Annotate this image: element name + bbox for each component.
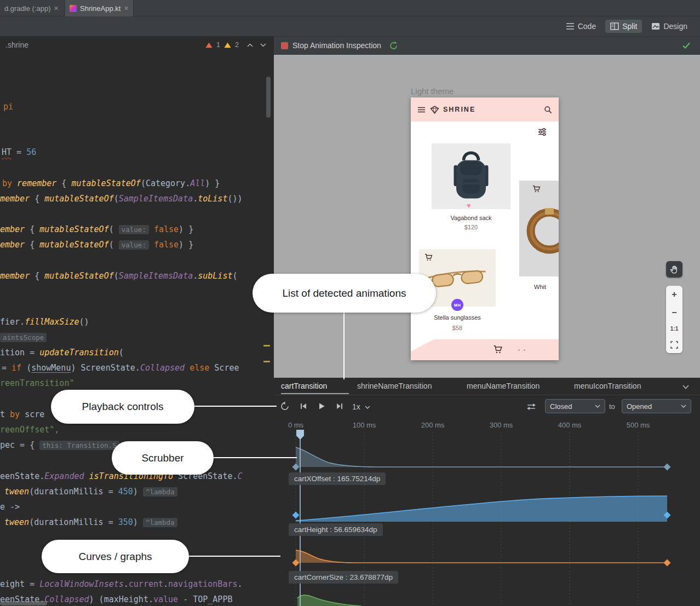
playback-speed-dropdown[interactable]: 1x <box>352 402 360 411</box>
zoom-in-button[interactable]: + <box>672 290 676 299</box>
theme-label: Light theme <box>411 86 454 96</box>
product-name: Vagabond sack <box>432 215 510 221</box>
add-to-cart-icon[interactable] <box>424 253 433 261</box>
editor-mode-toolbar: Code Split Design <box>0 16 700 36</box>
code-line: aintsScope <box>0 330 47 345</box>
to-state-combobox[interactable]: Opened <box>622 399 691 413</box>
zoom-to-fit-icon[interactable] <box>670 341 678 349</box>
code-line: reenOffset", <box>0 422 59 437</box>
code-line: ember { mutableStateOf( value: false) } <box>0 222 193 237</box>
callout-connector-line <box>214 457 297 458</box>
play-button[interactable] <box>315 400 328 413</box>
callout-curves: Curves / graphs <box>42 540 189 573</box>
shrine-app-preview: SHRINE ♥ Vagabond sack $120 <box>411 97 559 360</box>
belt-illustration <box>519 181 559 276</box>
cart-item-dot <box>524 349 525 351</box>
shrine-app-bar: SHRINE <box>411 97 559 122</box>
to-label: to <box>609 402 615 411</box>
cart-bottom-sheet[interactable] <box>411 339 559 360</box>
code-view-label: Code <box>578 22 596 31</box>
editor-scrollbar[interactable] <box>266 77 271 118</box>
scrubber-handle[interactable] <box>296 430 304 440</box>
curve-cartHeight-fill <box>296 496 667 522</box>
animation-tab-shrineNameTransition[interactable]: shrineNameTransition <box>357 382 432 390</box>
refresh-icon[interactable] <box>389 41 398 50</box>
skip-to-start-button[interactable] <box>297 400 310 413</box>
shrine-logo-icon <box>430 106 439 114</box>
tab-shrineapp[interactable]: ShrineApp.kt × <box>65 0 134 16</box>
tab-label: ShrineApp.kt <box>80 4 121 13</box>
kotlin-file-icon <box>70 5 77 12</box>
product-image-belt[interactable] <box>519 181 559 276</box>
curve-cartCornerSize-fill <box>296 550 667 563</box>
pan-button[interactable] <box>666 261 682 278</box>
split-view-label: Split <box>622 22 637 31</box>
swap-icon <box>526 403 536 411</box>
cart-icon[interactable] <box>493 345 503 354</box>
callout-connector-line <box>194 406 277 407</box>
zoom-out-button[interactable]: − <box>672 308 676 317</box>
code-line: HT = 56 <box>2 145 36 160</box>
tabs-overflow-chevron-icon[interactable] <box>682 385 689 389</box>
from-state-combobox[interactable]: Closed <box>545 399 605 413</box>
stop-animation-inspection-button[interactable]: Stop Animation Inspection <box>274 41 381 50</box>
curve-cartCornerSize-line <box>296 550 667 563</box>
keyframe-diamond[interactable] <box>664 464 671 471</box>
code-view-button[interactable]: Code <box>561 20 601 33</box>
menu-icon[interactable] <box>417 107 426 113</box>
restart-button[interactable] <box>278 400 291 413</box>
speed-chevron-down-icon[interactable] <box>365 406 370 409</box>
warning-stripe-mark[interactable] <box>263 345 270 347</box>
heart-icon: ♥ <box>467 201 471 210</box>
editor-horizontal-scrollbar[interactable] <box>0 601 47 605</box>
warning-stripe-mark[interactable] <box>263 361 270 362</box>
cart-item-dot <box>518 349 520 351</box>
code-editor: .shrine 1 2 piHT = 56by remember { mutab… <box>0 36 274 606</box>
skip-to-start-icon <box>299 402 308 411</box>
restart-icon <box>280 401 290 411</box>
code-line: fier.fillMaxSize() <box>0 314 89 330</box>
animation-tab-cartTransition[interactable]: cartTransition <box>281 382 327 390</box>
zoom-1-1-button[interactable]: 1:1 <box>670 326 678 332</box>
code-line: ition = updateTransition( <box>0 345 124 360</box>
code-line: tween(durationMillis = 350) ^lambda <box>4 515 177 530</box>
swap-states-button[interactable] <box>525 400 538 413</box>
keyframe-diamond[interactable] <box>292 512 300 519</box>
from-state-value: Closed <box>550 402 572 411</box>
animation-inspection-toolbar: Stop Animation Inspection <box>274 36 700 55</box>
stop-animation-inspection-label: Stop Animation Inspection <box>292 41 381 50</box>
search-icon[interactable] <box>544 106 552 114</box>
code-line: pec = { this: Transition.S <box>0 437 119 453</box>
zoom-controls: + − 1:1 <box>666 286 682 353</box>
animation-tab-menuNameTransition[interactable]: menuNameTransition <box>467 382 540 390</box>
code-line: t by scre <box>0 407 44 422</box>
add-to-cart-icon[interactable] <box>532 185 541 193</box>
design-view-label: Design <box>663 22 687 31</box>
product-image-backpack[interactable] <box>432 143 510 209</box>
close-icon[interactable]: × <box>124 4 128 12</box>
filter-icon[interactable] <box>538 128 547 136</box>
skip-to-end-button[interactable] <box>333 400 346 413</box>
code-line: ember { mutableStateOf( value: false) } <box>0 237 193 252</box>
inspections-ok-icon <box>682 42 690 49</box>
code-line: member { mutableStateOf(SampleItemsData.… <box>0 191 243 206</box>
split-view-button[interactable]: Split <box>605 20 642 33</box>
stop-icon <box>281 42 288 49</box>
play-icon <box>317 402 326 411</box>
code-line: = if (showMenu) ScreenState.Collapsed el… <box>2 360 239 376</box>
code-lines: piHT = 56by remember { mutableStateOf(Ca… <box>0 36 274 606</box>
curve-value-chip: cartXOffset : 165.75214dp <box>289 472 386 485</box>
close-icon[interactable]: × <box>54 4 59 12</box>
curve-value-chip: cartHeight : 56.659634dp <box>289 523 383 536</box>
code-line: tween(durationMillis = 450) ^lambda <box>4 484 177 499</box>
code-line: reenTransition" <box>0 376 74 391</box>
design-view-icon <box>651 22 660 30</box>
product-name: Whit <box>534 284 559 290</box>
tab-build-gradle[interactable]: d.gradle (:app) × <box>0 0 65 16</box>
code-line: pi <box>3 99 13 114</box>
keyframe-diamond[interactable] <box>664 559 671 567</box>
design-view-button[interactable]: Design <box>646 20 692 33</box>
animation-tab-menuIconTransition[interactable]: menuIconTransition <box>574 382 641 390</box>
tabrow-divider <box>274 395 700 395</box>
skip-to-end-icon <box>335 402 344 411</box>
